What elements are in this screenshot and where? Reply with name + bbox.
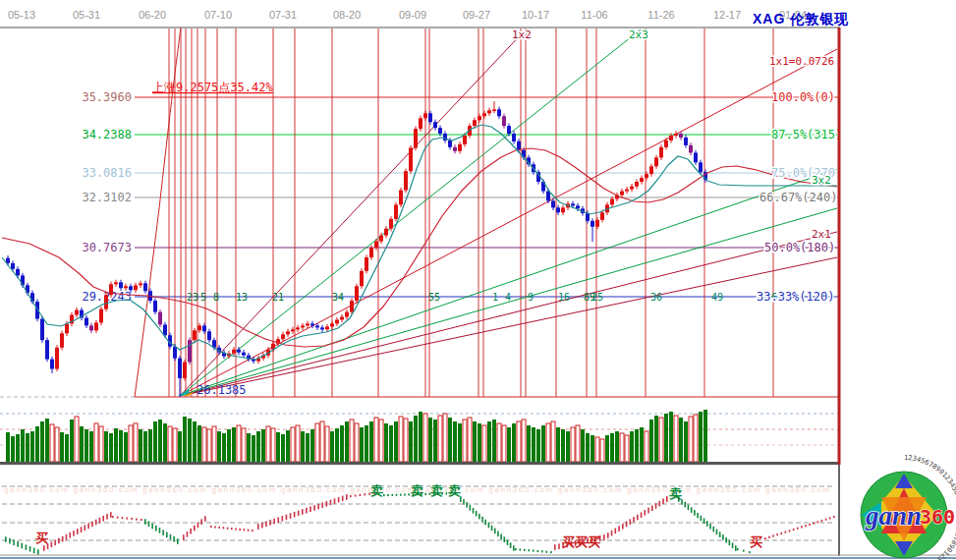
volume-bar: [114, 428, 118, 462]
candle: [448, 140, 452, 147]
volume-bar: [197, 425, 201, 462]
volume-bar: [178, 431, 182, 462]
volume-bar: [630, 431, 634, 462]
volume-bar: [296, 425, 300, 462]
volume-bar: [635, 429, 639, 462]
volume-bar: [453, 421, 457, 462]
candle: [669, 136, 673, 140]
candle: [630, 187, 634, 190]
volume-bar: [55, 427, 59, 462]
volume-bar: [561, 429, 565, 462]
candle: [301, 325, 305, 327]
fib-count: 21: [272, 292, 284, 303]
candle: [497, 109, 501, 116]
volume-bar: [399, 417, 403, 462]
volume-bar: [360, 427, 364, 462]
volume-bar: [6, 432, 10, 462]
candle: [306, 323, 309, 325]
price-label: 34.2388: [82, 128, 132, 141]
candle: [188, 340, 192, 362]
candle: [664, 140, 668, 147]
volume-bar: [527, 425, 531, 462]
fib-count: 55: [428, 292, 440, 303]
price-label: 35.3960: [82, 90, 132, 104]
sell-signal-label: 卖: [448, 483, 461, 498]
buy-signal-label: 买: [35, 531, 48, 545]
volume-bar: [252, 435, 255, 462]
volume-bar: [301, 431, 305, 462]
candle: [114, 282, 118, 284]
volume-bar: [473, 421, 477, 462]
candle: [242, 353, 246, 356]
volume-bar: [419, 412, 422, 462]
candle: [286, 331, 290, 334]
volume-bar: [463, 420, 467, 462]
volume-bar: [404, 419, 408, 462]
candle: [556, 207, 560, 212]
candle: [11, 263, 15, 269]
volume-bar: [625, 435, 629, 462]
candle: [590, 221, 594, 227]
gann-pct-label: 87.5%(315): [771, 128, 842, 141]
candle: [595, 220, 599, 227]
candle: [487, 110, 491, 113]
volume-bar: [571, 427, 575, 462]
candle: [202, 325, 206, 331]
volume-bar: [482, 425, 486, 462]
volume-bar: [21, 429, 25, 462]
gann360-logo: gann360123456789012345678901234567890123…: [861, 454, 956, 560]
volume-bar: [84, 429, 88, 462]
candle: [124, 286, 128, 288]
fan-label: 2x1: [812, 228, 831, 241]
volume-bar: [306, 433, 309, 462]
fan-label: 1x1=0.0726: [769, 55, 834, 68]
volume-bar: [433, 420, 437, 462]
chart-canvas[interactable]: 05-1305-3106-2007-1007-3108-2009-0909-27…: [0, 0, 956, 560]
candle: [134, 285, 138, 290]
volume-bar: [576, 425, 580, 462]
candle: [645, 174, 648, 178]
fib-count: 13: [236, 292, 248, 303]
volume-bar: [217, 431, 221, 462]
candle: [699, 162, 703, 172]
volume-bar: [99, 426, 103, 462]
volume-bar: [394, 421, 398, 462]
candle: [458, 144, 462, 151]
candle: [139, 283, 142, 285]
volume-bar: [335, 428, 339, 462]
candle: [409, 148, 413, 172]
date-label: 06-20: [139, 9, 166, 21]
volume-bar: [276, 432, 280, 462]
volume-bar: [610, 433, 614, 462]
volume-bar: [669, 412, 673, 462]
volume-bar: [502, 425, 506, 462]
volume-bar: [679, 418, 683, 462]
candle: [340, 317, 344, 320]
candle: [355, 286, 359, 301]
date-label: 08-20: [333, 9, 361, 21]
candle: [561, 207, 565, 212]
sell-signal-label: 卖: [430, 483, 443, 498]
volume-bar: [605, 435, 609, 462]
volume-bar: [134, 423, 138, 462]
volume-bar: [261, 429, 265, 462]
oscillator-panel: gann360.com gann360.com gann360.com gann…: [2, 483, 835, 555]
candle: [571, 203, 575, 205]
volume-bar: [212, 426, 216, 462]
volume-bar: [659, 418, 663, 462]
volume-bar: [330, 431, 334, 462]
volume-bar: [232, 427, 236, 462]
volume-bar: [163, 423, 167, 462]
candle: [517, 141, 521, 150]
volume-bar: [202, 427, 206, 462]
candle: [694, 152, 698, 162]
volume-bar: [35, 426, 39, 462]
volume-bar: [350, 420, 354, 462]
candle: [99, 309, 103, 323]
volume-bar: [517, 421, 521, 462]
date-label: 07-10: [204, 9, 232, 21]
candle: [463, 136, 467, 144]
candle: [310, 323, 314, 325]
candle: [478, 116, 481, 120]
candle: [384, 229, 388, 236]
